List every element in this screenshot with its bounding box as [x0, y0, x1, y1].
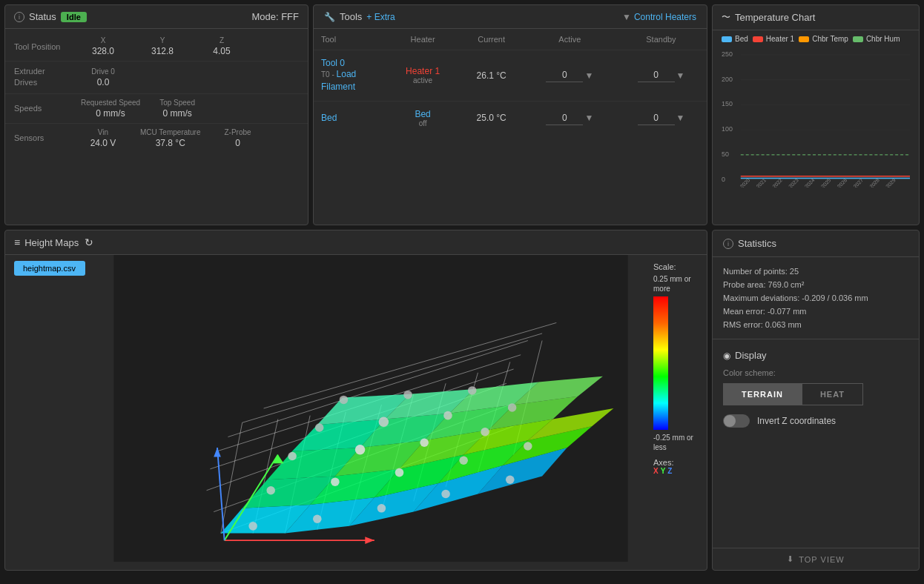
heater1-standby-arrow[interactable]: ▼ — [676, 70, 685, 81]
y-value-group: Y 312.8 — [140, 36, 185, 56]
invert-z-label: Invert Z coordinates — [757, 416, 836, 426]
legend-heater1-label: Heater 1 — [766, 35, 794, 43]
legend-chbr-hum-label: Chbr Hum — [866, 35, 900, 43]
scale-max: 0.25 mm or more — [653, 274, 701, 293]
heater1-active-arrow[interactable]: ▼ — [584, 70, 593, 81]
heightmap-title: ≡ Height Maps — [14, 236, 79, 248]
refresh-icon[interactable]: ↻ — [85, 236, 93, 248]
rms-error: RMS error: 0.063 mm — [723, 318, 908, 331]
stats-header: i Statistics — [713, 230, 919, 257]
svg-point-65 — [248, 522, 257, 531]
x-label: X — [101, 36, 106, 44]
list-icon: ≡ — [14, 236, 20, 248]
status-panel: i Status Idle Mode: FFF Tool Position X … — [4, 4, 308, 225]
tool0-sub: T0 - LoadFilament — [321, 68, 380, 93]
speeds-row: Speeds Requested Speed 0 mm/s Top Speed … — [5, 94, 308, 124]
status-title: i Status Idle — [14, 11, 87, 22]
heightmap-file[interactable]: heightmap.csv — [14, 261, 85, 276]
extruder-label: Extruder Drives — [14, 66, 81, 89]
heightmap-svg — [94, 255, 647, 562]
heaters-header: 🔧 Tools + Extra ▼ Control Heaters — [314, 5, 707, 29]
bed-tool-link[interactable]: Bed — [321, 113, 380, 123]
svg-point-75 — [288, 452, 297, 461]
zprobe-label: Z-Probe — [224, 128, 251, 136]
dropdown-arrow-icon: ▼ — [622, 12, 631, 22]
mcu-temp-group: MCU Temperature 37.8 °C — [140, 128, 201, 148]
idle-badge: Idle — [61, 12, 87, 22]
svg-text:250: 250 — [722, 50, 733, 58]
scale-bar: Scale: 0.25 mm or more -0.25 mm or less … — [647, 255, 707, 562]
axis-z-label: Z — [667, 467, 672, 475]
terrain-button[interactable]: TERRAIN — [723, 383, 802, 405]
req-speed-label: Requested Speed — [81, 99, 140, 107]
x-value-group: X 328.0 — [81, 36, 125, 56]
top-speed-label: Top Speed — [159, 99, 195, 107]
temp-chart-svg: 250 200 150 100 50 0 2020 — [722, 47, 910, 188]
svg-point-78 — [481, 428, 489, 437]
heater1-standby-cell: ▼ — [616, 50, 707, 102]
heat-button[interactable]: HEAT — [802, 383, 863, 405]
display-title: Display — [735, 350, 767, 361]
heater1-current: 26.1 °C — [459, 50, 524, 102]
heightmap-canvas — [94, 255, 647, 562]
drive0-group: Drive 0 0.0 — [81, 67, 125, 87]
status-grid: Tool Position X 328.0 Y 312.8 Z 4.05 — [5, 29, 308, 156]
svg-point-76 — [355, 445, 365, 454]
legend-bed: Bed — [722, 35, 748, 43]
sensors-label: Sensors — [14, 133, 81, 142]
tool0-link[interactable]: Tool 0 — [321, 58, 380, 68]
legend-heater1-dot — [753, 36, 763, 42]
temp-chart-title: Temperature Chart — [735, 12, 815, 23]
svg-text:150: 150 — [722, 100, 733, 107]
bed-active-input[interactable] — [546, 111, 583, 125]
svg-text:200: 200 — [722, 76, 733, 83]
scale-min: -0.25 mm or less — [653, 433, 701, 452]
heaters-table: Tool Heater Current Active Standby Tool … — [314, 29, 707, 135]
bed-current: 25.0 °C — [459, 101, 524, 135]
y-label: Y — [160, 36, 165, 44]
svg-text:50: 50 — [722, 150, 729, 158]
tool-position-label: Tool Position — [14, 42, 81, 51]
heater1-status: active — [395, 76, 452, 84]
heater1-active-cell: ▼ — [524, 50, 616, 102]
z-value-group: Z 4.05 — [199, 36, 244, 56]
color-scheme-label: Color scheme: — [713, 368, 919, 383]
control-heaters-link[interactable]: ▼ Control Heaters — [622, 12, 696, 22]
info-icon: i — [14, 12, 24, 22]
display-header: ◉ Display — [713, 347, 919, 368]
svg-point-66 — [313, 514, 322, 523]
top-view-button[interactable]: ⬇ TOP VIEW — [713, 548, 919, 570]
y-value: 312.8 — [151, 46, 174, 56]
gradient-bar — [653, 296, 668, 430]
legend-row: Bed Heater 1 Chbr Temp Chbr Hum — [713, 30, 919, 47]
stats-info-icon: i — [723, 239, 733, 249]
stats-body: Number of points: 25 Probe area: 769.0 c… — [713, 257, 919, 339]
temp-chart-header: 〜 Temperature Chart — [713, 5, 919, 30]
top-speed-group: Top Speed 0 mm/s — [155, 99, 199, 119]
invert-z-toggle[interactable] — [723, 414, 750, 428]
svg-point-69 — [506, 476, 515, 485]
legend-chbr-hum-dot — [853, 36, 863, 42]
bed-active-arrow[interactable]: ▼ — [584, 113, 593, 123]
num-points: Number of points: 25 — [723, 265, 908, 278]
control-heaters-label: Control Heaters — [634, 12, 696, 22]
legend-bed-label: Bed — [735, 35, 748, 43]
mcu-temp-val: 37.8 °C — [156, 138, 185, 148]
svg-text:0: 0 — [722, 176, 725, 183]
tool-position-row: Tool Position X 328.0 Y 312.8 Z 4.05 — [5, 32, 308, 62]
heightmap-header: ≡ Height Maps ↻ — [5, 230, 707, 255]
heater1-standby-input[interactable] — [638, 68, 675, 82]
z-value: 4.05 — [213, 46, 230, 56]
bed-standby-arrow[interactable]: ▼ — [676, 113, 685, 123]
heater1-name: Heater 1 — [395, 66, 452, 76]
zprobe-group: Z-Probe 0 — [216, 128, 260, 148]
bed-status: off — [395, 119, 452, 127]
scale-title: Scale: — [653, 262, 676, 271]
bed-standby-input[interactable] — [638, 111, 675, 125]
extra-link[interactable]: + Extra — [366, 12, 395, 22]
tool0-cell: Tool 0 T0 - LoadFilament — [314, 50, 387, 102]
heater1-cell: Heater 1 active — [387, 50, 459, 102]
heater1-active-input[interactable] — [546, 68, 583, 82]
top-speed-val: 0 mm/s — [162, 108, 191, 119]
axis-y-label: Y — [661, 467, 666, 475]
